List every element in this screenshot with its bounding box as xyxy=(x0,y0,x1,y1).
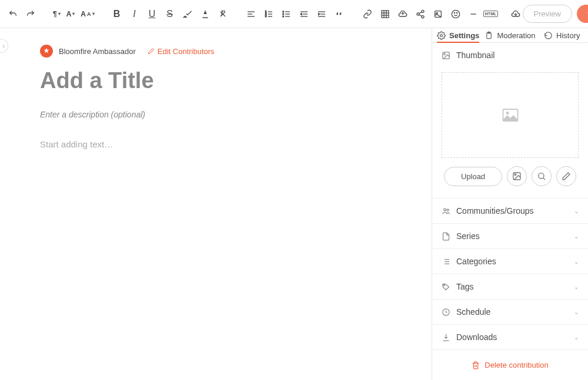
image-icon xyxy=(442,51,450,60)
svg-point-50 xyxy=(447,209,449,211)
section-series-label: Series xyxy=(456,231,480,241)
description-input[interactable]: Enter a description (optional) xyxy=(40,110,417,119)
thumbnail-gallery-button[interactable] xyxy=(507,166,527,186)
ordered-list-button[interactable]: 123 xyxy=(260,6,277,22)
indent-button[interactable] xyxy=(313,6,330,22)
highlight-button[interactable] xyxy=(179,6,196,22)
underline-button[interactable]: U xyxy=(144,6,161,22)
tab-settings-label: Settings xyxy=(449,31,479,40)
svg-point-35 xyxy=(456,12,457,13)
publish-button[interactable]: Publish xyxy=(577,5,588,23)
preview-button[interactable]: Preview xyxy=(523,5,572,23)
upload-cloud-button[interactable] xyxy=(395,6,411,22)
tab-settings[interactable]: Settings xyxy=(432,28,484,42)
editor-pane: › Bloomfire Ambassador Edit Contributors… xyxy=(0,28,432,380)
tab-history-label: History xyxy=(556,31,580,40)
text-color-button[interactable] xyxy=(197,6,213,22)
svg-rect-21 xyxy=(382,11,389,18)
edit-contributors-label: Edit Contributors xyxy=(158,47,215,56)
caret-icon: ▾ xyxy=(92,11,95,16)
editor-toolbar: ¶ ▾ A ▾ AA ▾ B I U S xyxy=(0,0,588,28)
history-icon xyxy=(544,31,553,40)
pencil-icon xyxy=(148,48,155,55)
users-icon xyxy=(442,207,450,216)
font-label: A xyxy=(66,10,72,18)
redo-button[interactable] xyxy=(22,6,39,22)
svg-point-57 xyxy=(443,284,445,285)
thumbnail-search-button[interactable] xyxy=(532,166,552,186)
search-icon xyxy=(537,171,546,181)
chevron-down-icon: ⌄ xyxy=(574,208,579,214)
caret-icon: ▾ xyxy=(72,11,75,16)
image-placeholder-icon xyxy=(500,106,521,124)
section-series-header[interactable]: Series ⌄ xyxy=(432,224,588,248)
edit-contributors-button[interactable]: Edit Contributors xyxy=(148,47,215,56)
title-input[interactable]: Add a Title xyxy=(40,68,417,93)
section-communities-header[interactable]: Communities/Groups ⌄ xyxy=(432,199,588,223)
font-family-dropdown[interactable]: A ▾ xyxy=(64,6,78,22)
download-icon xyxy=(442,333,450,342)
size-label: A xyxy=(81,10,86,18)
svg-point-12 xyxy=(282,11,283,12)
italic-button[interactable]: I xyxy=(126,6,143,22)
horizontal-rule-button[interactable] xyxy=(465,6,482,22)
author-name: Bloomfire Ambassador xyxy=(59,47,136,56)
thumbnail-edit-button[interactable] xyxy=(556,166,576,186)
svg-point-37 xyxy=(514,14,516,15)
emoji-button[interactable] xyxy=(447,6,464,22)
tab-moderation[interactable]: Moderation xyxy=(484,28,536,42)
section-thumbnail-header[interactable]: Thumbnail xyxy=(432,43,588,68)
svg-point-33 xyxy=(452,10,459,18)
tab-moderation-label: Moderation xyxy=(497,31,535,40)
section-tags-header[interactable]: Tags ⌄ xyxy=(432,274,588,299)
delete-contribution-button[interactable]: Delete contribution xyxy=(432,350,588,380)
font-size-dropdown[interactable]: AA ▾ xyxy=(78,6,96,22)
share-button[interactable] xyxy=(412,6,429,22)
section-categories-label: Categories xyxy=(456,257,496,266)
svg-point-14 xyxy=(282,16,283,17)
svg-point-47 xyxy=(539,173,544,179)
svg-line-29 xyxy=(419,12,422,14)
clear-formatting-button[interactable] xyxy=(215,6,231,22)
star-icon xyxy=(42,47,51,55)
image-icon xyxy=(512,171,522,181)
clock-icon xyxy=(442,308,450,317)
chevron-down-icon: ⌄ xyxy=(574,334,579,341)
section-categories-header[interactable]: Categories ⌄ xyxy=(432,249,588,274)
section-schedule-header[interactable]: Schedule ⌄ xyxy=(432,300,588,324)
paragraph-format-dropdown[interactable]: ¶ ▾ xyxy=(51,6,63,22)
bold-button[interactable]: B xyxy=(109,6,125,22)
trash-icon xyxy=(472,361,480,369)
table-button[interactable] xyxy=(377,6,393,22)
expand-sidebar-handle[interactable]: › xyxy=(0,39,8,53)
outdent-button[interactable] xyxy=(296,6,312,22)
chevron-down-icon: ⌄ xyxy=(574,258,579,265)
svg-point-38 xyxy=(440,34,443,36)
thumbnail-upload-button[interactable]: Upload xyxy=(444,167,502,186)
svg-point-34 xyxy=(454,12,455,13)
undo-button[interactable] xyxy=(5,6,21,22)
unordered-list-button[interactable] xyxy=(278,6,295,22)
embed-button[interactable] xyxy=(430,6,446,22)
strikethrough-button[interactable]: S xyxy=(162,6,178,22)
html-view-button[interactable]: HTML xyxy=(483,6,499,22)
chevron-down-icon: ⌄ xyxy=(574,284,579,290)
tag-icon xyxy=(442,283,450,291)
quote-button[interactable] xyxy=(331,6,348,22)
clipboard-icon xyxy=(485,31,493,40)
svg-line-48 xyxy=(543,178,545,180)
align-button[interactable] xyxy=(243,6,259,22)
caret-icon: ▾ xyxy=(58,11,61,16)
body-input[interactable]: Start adding text… xyxy=(40,139,417,149)
svg-point-49 xyxy=(444,209,446,211)
section-downloads-header[interactable]: Downloads ⌄ xyxy=(432,325,588,349)
section-thumbnail: Thumbnail Upload xyxy=(432,43,588,199)
svg-line-30 xyxy=(419,15,422,16)
link-button[interactable] xyxy=(359,6,376,22)
cloud-sync-button[interactable] xyxy=(511,6,520,22)
thumbnail-dropzone[interactable] xyxy=(442,72,579,158)
size-label-small: A xyxy=(87,11,91,17)
tab-history[interactable]: History xyxy=(536,28,588,42)
svg-point-13 xyxy=(282,14,283,15)
document-icon xyxy=(442,232,450,241)
